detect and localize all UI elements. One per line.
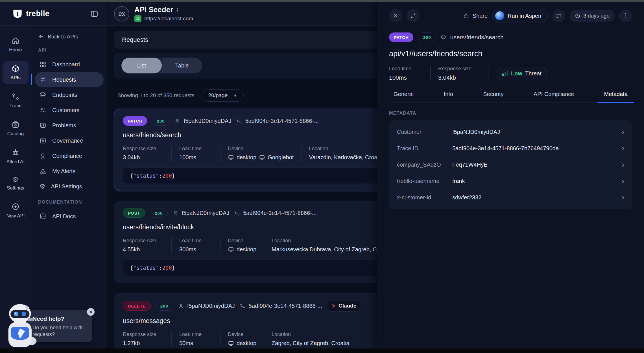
aspen-logo-icon bbox=[495, 11, 504, 20]
tab-metadata[interactable]: Metadata bbox=[601, 91, 630, 103]
monitor-icon bbox=[228, 340, 234, 347]
divider bbox=[171, 238, 172, 253]
stat-label: Load time bbox=[179, 146, 213, 152]
app-window: t treblle Home APIs Trace Catalog bbox=[0, 0, 644, 353]
trace-id: 5adf904e-3e14-4571-8866-... bbox=[245, 118, 318, 124]
sidebar-item-api-docs[interactable]: API Docs bbox=[35, 209, 104, 224]
trace-id: 5adf904e-3e14-4571-8866-... bbox=[243, 210, 316, 216]
sidebar-item-requests[interactable]: Requests bbox=[35, 72, 104, 87]
sidebar-item-problems[interactable]: Problems bbox=[35, 118, 104, 133]
rail-item-trace[interactable]: Trace bbox=[3, 89, 29, 112]
share-button[interactable]: Share bbox=[463, 13, 488, 19]
stat-label: Location bbox=[309, 146, 383, 152]
rail-item-alfred-ai[interactable]: Alfred AI bbox=[3, 145, 29, 168]
back-label: Back to APIs bbox=[48, 34, 78, 40]
chevron-right-icon: › bbox=[616, 178, 624, 184]
metadata-key: company_SAqzO bbox=[397, 161, 448, 168]
back-to-apis-link[interactable]: Back to APIs bbox=[35, 32, 104, 45]
metadata-key: Trace ID bbox=[397, 145, 448, 152]
rail-item-catalog[interactable]: Catalog bbox=[3, 117, 29, 140]
cube-icon bbox=[11, 64, 20, 73]
trace-nodes-icon bbox=[11, 92, 20, 101]
metadata-value: frank bbox=[452, 178, 611, 184]
rail-item-new-api[interactable]: New API bbox=[3, 199, 29, 222]
metadata-row[interactable]: company_SAqzO Feq71W4HyE › bbox=[397, 156, 624, 173]
customer-id: I5paNJD0miydDAJ bbox=[182, 210, 229, 216]
metadata-row[interactable]: treblle-username frank › bbox=[397, 173, 624, 189]
award-ribbon-icon bbox=[39, 152, 47, 160]
dashboard-grid-icon bbox=[39, 61, 47, 68]
tab-api-compliance[interactable]: API Compliance bbox=[531, 91, 577, 103]
sidebar-item-label: Dashboard bbox=[52, 61, 80, 68]
method-badge: PATCH bbox=[389, 32, 413, 42]
api-switcher-caret-icon[interactable]: ▴▾ bbox=[176, 7, 178, 12]
sidebar-item-endpoints[interactable]: Endpoints bbox=[35, 87, 104, 103]
response-size-value: 1.27kb bbox=[123, 340, 164, 347]
sidebar-item-api-settings[interactable]: ⚙ API Settings bbox=[35, 179, 104, 194]
metadata-row[interactable]: Customer I5paNJD0miydDAJ › bbox=[397, 124, 624, 140]
tab-info[interactable]: Info bbox=[441, 91, 456, 103]
metadata-row[interactable]: x-customer-id sdwfer2332 › bbox=[397, 189, 624, 206]
governance-a-icon bbox=[39, 137, 47, 144]
stat-label: Load time bbox=[179, 332, 213, 337]
close-button[interactable] bbox=[389, 9, 402, 22]
svg-text:t: t bbox=[16, 10, 18, 17]
section-label-api: API bbox=[35, 45, 104, 57]
metadata-key: x-customer-id bbox=[397, 194, 448, 201]
claude-starburst-icon: ✳ bbox=[331, 303, 336, 309]
sidebar-item-compliance[interactable]: Compliance bbox=[35, 148, 104, 164]
threat-word: Threat bbox=[525, 70, 542, 77]
sidebar-item-customers[interactable]: Customers bbox=[35, 103, 104, 118]
tab-security[interactable]: Security bbox=[480, 91, 506, 103]
top-window-strip bbox=[0, 0, 644, 2]
close-icon bbox=[393, 13, 398, 19]
view-toggle-list[interactable]: List bbox=[121, 58, 162, 73]
sidebar-item-my-alerts[interactable]: My Alerts bbox=[35, 164, 104, 179]
requests-panel-title: Requests bbox=[122, 36, 148, 43]
brand-header: t treblle bbox=[0, 2, 107, 26]
location-value: Varazdin, Karlovačka, Croatia bbox=[309, 154, 383, 161]
gear-icon: ⚙ bbox=[39, 183, 45, 190]
problem-list-icon bbox=[39, 122, 47, 129]
more-options-button[interactable]: ⋮ bbox=[619, 9, 632, 22]
customer-id: I5paNJD0miydDAJ bbox=[187, 303, 235, 309]
method-badge: DELETE bbox=[123, 301, 151, 311]
share-icon bbox=[463, 13, 469, 19]
metadata-row[interactable]: Trace ID 5adf904e-3e14-4571-8866-7b76494… bbox=[397, 140, 624, 156]
rail-item-home[interactable]: Home bbox=[3, 33, 29, 56]
monitor-icon bbox=[259, 154, 265, 161]
ai-source-badge: ✳ Claude bbox=[327, 300, 361, 311]
expand-button[interactable] bbox=[407, 9, 420, 22]
collapse-sidebar-button[interactable] bbox=[89, 8, 100, 19]
divider bbox=[264, 332, 264, 347]
detail-tabs: General Info Security API Compliance Met… bbox=[389, 91, 632, 103]
per-page-value: 20/page bbox=[208, 92, 228, 99]
help-close-button[interactable]: ✕ bbox=[87, 308, 95, 316]
divider bbox=[430, 66, 431, 81]
metadata-value: Feq71W4HyE bbox=[452, 162, 611, 168]
view-toggle: List Table bbox=[121, 58, 202, 73]
rail-label: APIs bbox=[10, 75, 21, 81]
stat-label: Location bbox=[272, 238, 391, 244]
timestamp-pill: 3 days ago bbox=[570, 10, 615, 22]
rail-label: Catalog bbox=[7, 131, 24, 137]
location-value: Zagreb, City of Zagreb, Croatia bbox=[272, 340, 350, 347]
view-toggle-table[interactable]: Table bbox=[162, 58, 202, 73]
home-icon bbox=[11, 36, 20, 45]
divider bbox=[171, 332, 172, 347]
device-value: desktop Googlebot bbox=[228, 154, 294, 161]
sidebar-item-dashboard[interactable]: Dashboard bbox=[35, 57, 104, 72]
expand-icon bbox=[410, 13, 416, 19]
sidebar-item-label: Customers bbox=[52, 107, 80, 114]
run-in-aspen-button[interactable]: Run in Aspen bbox=[492, 9, 548, 23]
rail-item-settings[interactable]: ⚙ Settings bbox=[3, 173, 29, 194]
sidebar-item-governance[interactable]: Governance bbox=[35, 133, 104, 148]
rail-item-apis[interactable]: APIs bbox=[3, 61, 29, 84]
sidebar-item-label: My Alerts bbox=[52, 168, 75, 175]
tab-general[interactable]: General bbox=[391, 91, 416, 103]
metadata-key: Customer bbox=[397, 128, 448, 136]
per-page-dropdown[interactable]: 20/page ▼ bbox=[202, 89, 244, 102]
chevron-right-icon: › bbox=[616, 145, 624, 151]
comment-button[interactable] bbox=[552, 9, 565, 22]
monitor-icon bbox=[228, 247, 234, 253]
